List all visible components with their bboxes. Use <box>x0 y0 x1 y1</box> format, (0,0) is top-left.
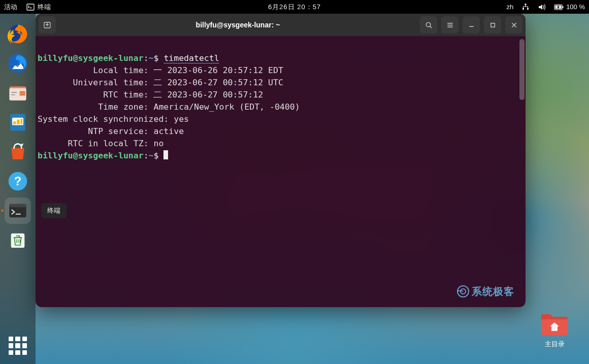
prompt-colon: : <box>144 53 149 63</box>
svg-rect-0 <box>27 4 34 10</box>
output-rtc-local: RTC in local TZ: no <box>38 139 163 148</box>
prompt-user: billyfu@sysgeek-lunar <box>38 53 144 63</box>
terminal-body[interactable]: billyfu@sysgeek-lunar:~$ timedatectl Loc… <box>36 36 526 307</box>
watermark-icon <box>456 285 470 298</box>
output-rtc-time: RTC time: 二 2023-06-27 00:57:12 <box>38 90 263 100</box>
watermark-text: 系统极客 <box>472 285 514 297</box>
svg-rect-13 <box>20 91 25 95</box>
output-sync: System clock synchronized: yes <box>38 114 189 124</box>
output-local-time: Local time: 一 2023-06-26 20:57:12 EDT <box>38 65 283 75</box>
topbar-app-label: 终端 <box>38 3 51 12</box>
svg-rect-3 <box>527 8 529 10</box>
battery-indicator[interactable]: 100 % <box>554 3 585 11</box>
svg-rect-2 <box>522 8 524 10</box>
dock-files[interactable] <box>5 80 31 106</box>
svg-rect-1 <box>525 4 527 5</box>
svg-rect-18 <box>21 119 23 124</box>
battery-percent: 100 % <box>566 3 585 11</box>
watermark: 系统极客 <box>456 285 514 298</box>
activities-button[interactable]: 活动 <box>4 3 17 12</box>
output-universal-time: Universal time: 二 2023-06-27 00:57:12 UT… <box>38 78 283 87</box>
svg-rect-12 <box>11 94 15 95</box>
dock-show-applications[interactable] <box>9 337 27 355</box>
topbar-app-menu[interactable]: 终端 <box>26 3 51 12</box>
home-folder-icon <box>540 312 569 336</box>
close-button[interactable] <box>505 16 522 34</box>
dock-tooltip: 终端 <box>41 203 67 218</box>
terminal-window: billyfu@sysgeek-lunar: ~ billyfu@sysgeek… <box>36 14 526 307</box>
svg-rect-22 <box>9 204 26 208</box>
output-ntp: NTP service: active <box>38 126 184 136</box>
menu-button[interactable] <box>441 16 459 34</box>
svg-rect-26 <box>490 23 495 27</box>
dock-terminal[interactable]: 终端 <box>5 197 31 224</box>
prompt-dollar: $ <box>154 53 159 63</box>
prompt-path: ~ <box>149 53 154 63</box>
dock: ? 终端 <box>0 14 36 364</box>
dock-help[interactable]: ? <box>5 168 31 194</box>
svg-rect-16 <box>13 121 16 124</box>
dock-thunderbird[interactable] <box>5 50 31 77</box>
desktop-home-folder[interactable]: 主目录 <box>540 312 569 349</box>
terminal-scrollbar[interactable] <box>519 39 525 100</box>
dock-firefox[interactable] <box>5 21 31 47</box>
input-method-indicator[interactable]: zh <box>506 3 513 11</box>
command-text: timedatectl <box>163 53 219 63</box>
window-title: billyfu@sysgeek-lunar: ~ <box>56 21 420 29</box>
dock-trash[interactable] <box>5 227 31 253</box>
svg-rect-17 <box>17 120 20 124</box>
dock-libreoffice-impress[interactable] <box>5 109 31 136</box>
system-topbar: 活动 终端 6月26日 20：57 zh 100 % <box>0 0 589 14</box>
maximize-button[interactable] <box>484 16 501 34</box>
dock-software-center[interactable] <box>5 139 31 165</box>
minimize-button[interactable] <box>463 16 480 34</box>
svg-text:?: ? <box>14 174 22 188</box>
topbar-datetime[interactable]: 6月26日 20：57 <box>268 3 321 12</box>
new-tab-button[interactable] <box>39 16 56 34</box>
cursor <box>163 150 168 159</box>
terminal-icon <box>26 3 35 11</box>
output-timezone: Time zone: America/New_York (EDT, -0400) <box>38 102 300 112</box>
svg-rect-11 <box>11 92 17 93</box>
prompt-path-2: ~ <box>149 151 154 160</box>
search-button[interactable] <box>420 16 437 34</box>
desktop-home-label: 主目录 <box>545 340 565 349</box>
network-icon[interactable] <box>521 3 530 11</box>
terminal-titlebar[interactable]: billyfu@sysgeek-lunar: ~ <box>36 14 526 36</box>
svg-rect-5 <box>563 6 564 8</box>
battery-icon <box>554 4 564 10</box>
volume-icon[interactable] <box>538 3 546 11</box>
prompt-user-2: billyfu@sysgeek-lunar <box>38 151 144 160</box>
